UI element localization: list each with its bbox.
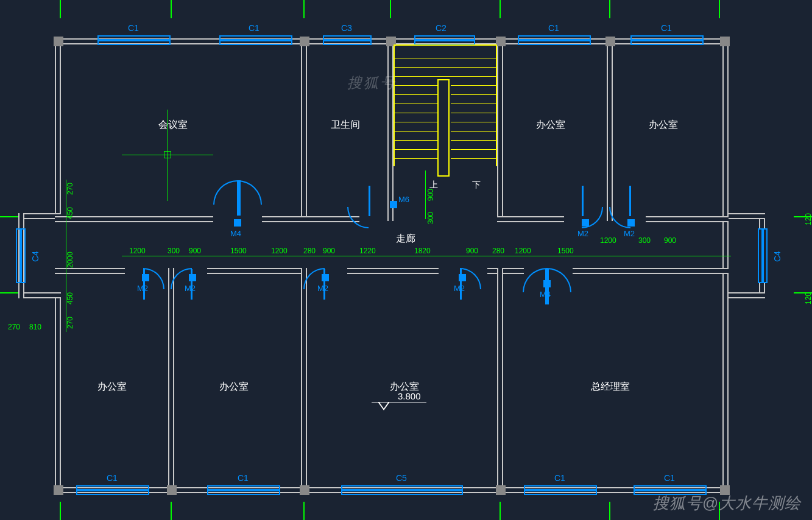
wall: [607, 38, 613, 221]
stair-tread: [451, 131, 496, 132]
stair-tread: [395, 104, 437, 104]
window-label: C1: [554, 473, 565, 483]
door-leaf: [582, 186, 584, 216]
door-symbol: [189, 274, 196, 281]
door-label: M2: [317, 284, 328, 293]
column: [300, 485, 309, 495]
wall: [387, 38, 394, 221]
cad-canvas[interactable]: C1 C1 C3 C2 C1 C1 C1 C1 C5 C1 C1 C4 C4 会…: [0, 0, 812, 520]
window-c1: [97, 35, 171, 45]
axis-line: [303, 0, 305, 18]
door-label: M4: [230, 229, 241, 238]
axis-line: [0, 292, 18, 293]
axis-line: [60, 0, 61, 18]
stair-down: 下: [472, 180, 481, 191]
wall: [573, 268, 729, 274]
wall: [646, 216, 729, 222]
wall: [497, 216, 564, 222]
column: [54, 37, 63, 46]
cursor-pickbox: [164, 151, 171, 158]
wall: [207, 268, 305, 274]
dim-text: 270: [8, 323, 20, 331]
window-c2: [414, 35, 475, 45]
stair-boundary: [394, 44, 395, 166]
watermark-sohu: 搜狐号: [347, 73, 397, 93]
window-label: C1: [238, 473, 249, 483]
door-symbol: [142, 274, 149, 281]
window-label: C1: [548, 23, 559, 33]
door-label: M2: [454, 284, 465, 293]
stair-tread: [395, 76, 496, 77]
window-c1: [630, 35, 704, 45]
stair-tread: [451, 122, 496, 122]
dim-text: 280: [303, 247, 316, 255]
wall: [487, 268, 524, 274]
door-leaf: [369, 186, 370, 216]
dim-text: 1820: [414, 247, 431, 255]
dim-text: 810: [29, 323, 41, 331]
dim-text: 300: [426, 212, 435, 224]
door-label: M2: [137, 284, 148, 293]
stair-tread: [395, 140, 437, 141]
elev-triangle: [378, 402, 390, 410]
column: [300, 37, 309, 46]
door-label: M2: [577, 229, 588, 238]
axis-line: [171, 502, 172, 520]
door-symbol: [543, 280, 551, 287]
dim-text: 900: [323, 247, 335, 255]
window-c4: [16, 228, 26, 283]
window-label: C4: [772, 251, 782, 262]
dim-text: 270: [66, 183, 74, 195]
dim-line: [425, 170, 426, 219]
window-label: C1: [664, 473, 675, 483]
column: [496, 37, 506, 46]
dim-text: 1200: [129, 247, 146, 255]
stair-boundary: [496, 44, 497, 166]
axis-line: [303, 502, 305, 520]
room-label-office: 办公室: [97, 381, 127, 393]
dim-text: 270: [66, 317, 74, 329]
stair-tread: [451, 113, 496, 113]
stair-tread: [395, 158, 437, 159]
axis-line: [60, 502, 61, 520]
stair-tread: [451, 140, 496, 141]
axis-line: [719, 0, 720, 18]
dim-text: 300: [168, 247, 180, 255]
wall: [722, 38, 729, 493]
wall: [347, 268, 439, 274]
window-label: C1: [661, 23, 672, 33]
axis-line: [609, 0, 610, 18]
dim-text: 900: [664, 236, 676, 245]
dim-text: 900: [189, 247, 201, 255]
window-c1: [76, 485, 149, 495]
window-label: C1: [249, 23, 259, 33]
wall: [301, 38, 307, 221]
door-symbol: [627, 219, 635, 227]
room-label-gm-office: 总经理室: [591, 381, 630, 393]
stair-tread: [395, 58, 496, 58]
wall: [18, 292, 61, 298]
stair-tread: [395, 85, 437, 86]
column: [54, 485, 63, 495]
dim-text: 300: [638, 236, 651, 245]
axis-line: [390, 0, 391, 18]
room-label-corridor: 走廊: [396, 233, 415, 245]
wall: [262, 216, 359, 222]
door-symbol: [582, 219, 589, 227]
elevation-value: 3.800: [398, 391, 421, 401]
column: [167, 485, 177, 495]
room-label-meeting: 会议室: [158, 119, 188, 132]
dim-text: 900: [466, 247, 478, 255]
stair-tread: [451, 85, 496, 86]
axis-line: [609, 502, 610, 520]
stair-tread: [395, 67, 496, 68]
door-symbol: [459, 274, 466, 281]
column: [605, 37, 615, 46]
window-label: C2: [436, 23, 447, 33]
stair-tread: [395, 149, 437, 150]
window-c1: [524, 485, 597, 495]
window-c3: [323, 35, 372, 45]
dim-text: 900: [426, 189, 435, 201]
stair-tread: [451, 158, 496, 159]
wall: [55, 38, 61, 215]
